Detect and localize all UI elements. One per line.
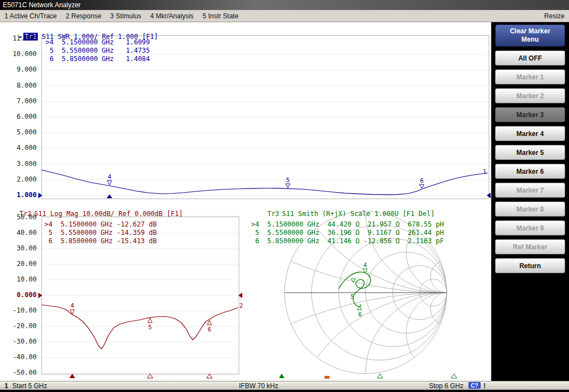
status-bar: 1 Start 5 GHz IFBW 70 kHz Stop 6 GHz C? … <box>0 381 569 390</box>
tr1-marker-table: >45.1500000 GHz1.6099 55.5500000 GHz1.47… <box>46 38 150 63</box>
menu-item-instr-state[interactable]: 5 Instr State <box>202 12 238 20</box>
tr1-marker4-label: 4 <box>108 173 112 180</box>
bottom-bezel-strip <box>0 390 569 392</box>
tr1-y-label: 7.000 <box>0 97 37 105</box>
marker-readout-row: 55.5500000 GHz-14.359 dB <box>44 229 157 237</box>
tr2-y-label: -40.00 <box>0 353 37 361</box>
tr1-y-label: 8.000 <box>0 82 37 89</box>
menu-item-resize[interactable]: Resize <box>544 12 565 20</box>
window-title-bar: E5071C Network Analyzer <box>0 0 569 10</box>
tr2-params: S11 Log Mag 10.00dB/ Ref 0.000dB [F1] <box>34 210 183 218</box>
marker-readout-row: 65.8500000 GHz1.4084 <box>46 55 150 63</box>
softkey-marker-8: Marker 8 <box>495 202 565 217</box>
marker-readout-row: >45.1500000 GHz1.6099 <box>46 38 150 47</box>
softkey-return[interactable]: Return <box>495 258 565 273</box>
marker-readout-row: 65.8500000 GHz-15.413 dB <box>44 237 157 245</box>
ifbw-readout[interactable]: IFBW 70 kHz <box>239 382 278 390</box>
tr3-marker6-label: 6 <box>358 311 362 318</box>
tr1-y-label: 5.000 <box>0 128 37 136</box>
softkey-ref-marker: Ref Marker <box>495 239 565 254</box>
tr1-y-label: 4.000 <box>0 144 37 152</box>
tr3-axis-marker6 <box>451 374 457 378</box>
menu-bar: 1 Active Ch/Trace 2 Response 3 Stimulus … <box>0 10 569 22</box>
marker-readout-row: >45.1500000 GHz-12.627 dB <box>44 220 157 229</box>
tr3-label: Tr3 <box>267 210 279 218</box>
tr2-y-label: 20.00 <box>0 260 37 268</box>
tr1-y-label: 3.000 <box>0 160 37 168</box>
tr1-ref-level-label: 1.000 <box>0 191 37 199</box>
sweep-indicator <box>325 376 330 379</box>
tr3-axis-marker4 <box>279 374 284 378</box>
tr2-y-label: 30.00 <box>0 244 37 252</box>
tr2-marker-table: >45.1500000 GHz-12.627 dB 55.5500000 GHz… <box>44 220 157 245</box>
window-title: E5071C Network Analyzer <box>3 1 81 9</box>
tr3-marker-table: >45.1500000 GHz44.420 Ω21.957 Ω678.55 pH… <box>251 220 444 245</box>
tr3-params: S11 Smith (R+jX) Scale 1.000U [F1 Del] <box>282 210 435 218</box>
softkey-marker-6[interactable]: Marker 6 <box>495 164 565 179</box>
softkey-all-off[interactable]: All OFF <box>495 51 565 66</box>
tr2-y-label: 10.00 <box>0 275 37 283</box>
softkey-marker-9: Marker 9 <box>495 220 565 235</box>
channel-number: 1 <box>4 382 8 390</box>
tr3-axis-marker5 <box>377 374 383 378</box>
tr1-y-label: 9.000 <box>0 66 37 73</box>
plots-canvas: 4 5 6 1 4 5 6 2 <box>0 22 491 381</box>
tr2-y-label: -20.00 <box>0 322 37 330</box>
tr2-trace-number: 2 <box>239 302 243 309</box>
tr1-trace-number: 1 <box>483 168 487 175</box>
marker-readout-row: 55.5500000 GHz1.4735 <box>46 47 150 55</box>
tr2-y-label: -50.00 <box>0 369 37 376</box>
softkey-menu-title: Clear Marker Menu <box>495 24 565 47</box>
softkey-marker-5[interactable]: Marker 5 <box>495 145 565 160</box>
softkey-sidebar: Clear Marker Menu All OFF Marker 1 Marke… <box>491 22 569 381</box>
softkey-marker-1: Marker 1 <box>495 69 565 84</box>
softkey-marker-3[interactable]: Marker 3 <box>495 107 565 122</box>
stop-frequency[interactable]: Stop 6 GHz <box>429 382 463 390</box>
tr2-marker6-label: 6 <box>208 326 212 333</box>
tr2-y-label: -10.00 <box>0 306 37 314</box>
tr1-marker5-label: 5 <box>286 177 290 184</box>
tr2-marker4-label: 4 <box>71 302 74 309</box>
tr2-y-label: 50.00 <box>0 213 37 221</box>
menu-item-mkr-analysis[interactable]: 4 Mkr/Analysis <box>150 12 193 20</box>
marker-readout-row: 55.5500000 GHz36.196 Ω9.1167 Ω261.44 pH <box>251 229 444 237</box>
tr2-ref-level-label: 0.000 <box>0 291 37 299</box>
correction-badge: C? <box>468 382 481 389</box>
start-frequency[interactable]: Start 5 GHz <box>12 382 47 390</box>
instrument-screen: E5071C Network Analyzer 1 Active Ch/Trac… <box>0 0 569 392</box>
tr1-y-label: 11.000 <box>0 34 37 42</box>
menu-item-active-ch-trace[interactable]: 1 Active Ch/Trace <box>4 12 57 20</box>
tr1-y-label: 10.000 <box>0 50 37 58</box>
tr2-y-label: 40.00 <box>0 229 37 237</box>
tr1-marker6-label: 6 <box>420 177 424 184</box>
marker-readout-row: >45.1500000 GHz44.420 Ω21.957 Ω678.55 pH <box>251 220 444 229</box>
alert-indicator: ! <box>483 382 486 390</box>
tr3-marker4-label: 4 <box>363 262 367 269</box>
tr3-marker5-label: 5 <box>351 293 355 300</box>
tr1-y-label: 2.000 <box>0 175 37 183</box>
softkey-marker-2: Marker 2 <box>495 88 565 103</box>
softkey-marker-7: Marker 7 <box>495 183 565 198</box>
softkey-marker-4[interactable]: Marker 4 <box>495 126 565 141</box>
tr2-marker5-label: 5 <box>148 324 152 331</box>
menu-item-stimulus[interactable]: 3 Stimulus <box>110 12 141 20</box>
menu-item-response[interactable]: 2 Response <box>66 12 101 20</box>
tr2-y-label: -30.00 <box>0 338 37 345</box>
marker-readout-row: 65.8500000 GHz41.146 Ω-12.856 Ω2.1163 pF <box>251 237 444 245</box>
tr1-y-label: 6.000 <box>0 113 37 120</box>
